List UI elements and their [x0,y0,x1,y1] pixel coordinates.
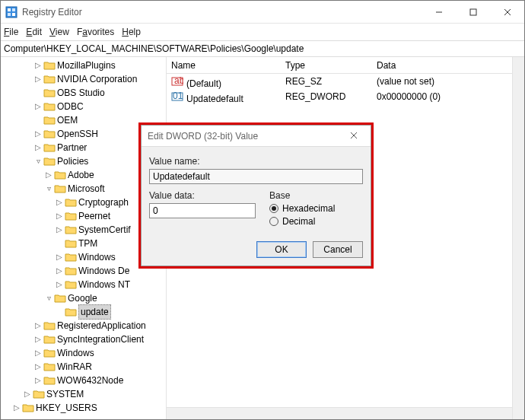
svg-text:ab: ab [174,75,183,86]
tree-item[interactable]: ▷ODBC [1,100,166,113]
cancel-button[interactable]: Cancel [313,241,363,258]
folder-icon [43,320,56,331]
radio-decimal[interactable]: Decimal [269,216,335,227]
folder-icon [65,238,77,249]
tree-item-label: Windows NT [78,278,130,291]
binary-value-icon: 011 [171,90,183,102]
expand-icon[interactable]: ▷ [54,250,65,264]
folder-icon [43,74,56,84]
tree-item-label: Cryptograph [78,196,129,209]
tree-item-label: WOW6432Node [57,374,123,387]
tree-item-label: Peernet [78,209,110,223]
tree-item-label: OEM [57,113,78,127]
expand-icon[interactable]: ▷ [33,141,43,154]
tree-item[interactable]: ▷WOW6432Node [1,374,166,387]
expand-icon[interactable]: ▷ [33,374,43,387]
expand-icon[interactable]: ▷ [33,59,43,72]
value-data-label: Value data: [149,190,256,201]
base-label: Base [269,190,335,201]
value-data-input[interactable] [149,203,256,218]
expand-icon[interactable]: ▷ [33,100,43,113]
value-type: REG_DWORD [281,91,372,102]
folder-icon [65,252,77,262]
menu-view[interactable]: View [49,27,69,37]
expand-icon[interactable]: ▷ [33,346,43,360]
list-scroll-h[interactable] [167,407,512,419]
radio-hexadecimal[interactable]: Hexadecimal [269,203,335,214]
ok-button[interactable]: OK [256,241,307,258]
col-data[interactable]: Data [372,60,512,71]
close-button[interactable] [490,1,524,24]
tree-item-label: Google [68,291,97,305]
radio-icon [269,204,278,213]
expand-icon[interactable]: ▷ [54,209,65,223]
folder-icon [43,375,56,386]
collapse-icon[interactable]: ▿ [43,182,54,196]
expand-icon[interactable]: ▷ [54,278,65,291]
expand-icon[interactable]: ▷ [54,264,65,278]
menu-file[interactable]: File [4,27,18,37]
tree-item[interactable]: ▷Windows NT [1,278,166,291]
expand-icon[interactable]: ▷ [33,360,43,374]
folder-icon [65,266,77,276]
col-name[interactable]: Name [167,60,281,71]
tree-item-label: SystemCertif [78,223,131,237]
svg-rect-2 [12,8,15,11]
value-type: REG_SZ [281,76,372,87]
tree-item-label: Adobe [68,168,94,182]
tree-item[interactable]: OBS Studio [1,86,166,100]
tree-item[interactable]: ▷RegisteredApplication [1,319,166,332]
value-name-input[interactable] [149,169,363,184]
dialog-close-button[interactable] [343,131,364,142]
folder-icon [65,279,77,290]
collapse-icon[interactable]: ▿ [33,154,43,168]
tree-item[interactable]: ▷SYSTEM [1,387,166,401]
expand-icon[interactable]: ▷ [22,387,33,401]
expand-icon[interactable]: ▷ [54,223,65,237]
col-type[interactable]: Type [281,60,372,71]
menu-help[interactable]: Help [122,27,141,37]
tree-item-label: ODBC [57,100,84,113]
expand-icon[interactable]: ▷ [33,319,43,332]
value-name: Updatedefault [186,94,243,104]
list-row[interactable]: ab(Default)REG_SZ(value not set) [167,74,512,89]
list-body: ab(Default)REG_SZ(value not set)011Updat… [167,74,512,104]
expand-icon[interactable]: ▷ [54,196,65,209]
collapse-icon[interactable]: ▿ [43,291,54,305]
tree-item[interactable]: ▷WinRAR [1,360,166,374]
tree-item[interactable]: ▷HKEY_USERS [1,401,166,415]
folder-icon [43,88,56,98]
list-scroll-v[interactable] [512,57,524,419]
folder-icon [43,60,56,71]
tree-item-label: Windows De [78,264,129,278]
folder-icon [43,156,56,167]
tree-item-label: OpenSSH [57,127,98,141]
folder-icon [43,348,56,358]
minimize-button[interactable] [422,1,456,24]
menu-edit[interactable]: Edit [26,27,42,37]
tree-item[interactable]: update [1,305,166,319]
expand-icon[interactable]: ▷ [33,127,43,141]
tree-item[interactable]: ▷NVIDIA Corporation [1,72,166,86]
expand-icon[interactable]: ▷ [43,168,54,182]
highlight-box: Edit DWORD (32-bit) Value Value name: Va… [138,123,374,269]
tree-item[interactable]: ▷MozillaPlugins [1,59,166,72]
expand-icon[interactable]: ▷ [33,332,43,346]
tree-item[interactable]: ▷SyncIntegrationClient [1,332,166,346]
folder-icon [65,197,77,208]
tree-item[interactable]: ▿Google [1,291,166,305]
folder-icon [54,170,66,180]
tree-item-label: NVIDIA Corporation [57,72,137,86]
folder-icon [65,211,77,221]
address-bar[interactable]: Computer\HKEY_LOCAL_MACHINE\SOFTWARE\Pol… [1,40,524,57]
expand-icon[interactable]: ▷ [33,72,43,86]
list-row[interactable]: 011UpdatedefaultREG_DWORD0x00000000 (0) [167,89,512,104]
folder-icon [43,115,56,126]
expand-icon[interactable]: ▷ [11,401,22,415]
maximize-button[interactable] [456,1,490,24]
dialog-titlebar: Edit DWORD (32-bit) Value [142,126,371,147]
list-header: Name Type Data [167,57,512,74]
menu-favorites[interactable]: Favorites [77,27,114,37]
regedit-icon [5,6,18,18]
tree-item[interactable]: ▷Windows [1,346,166,360]
